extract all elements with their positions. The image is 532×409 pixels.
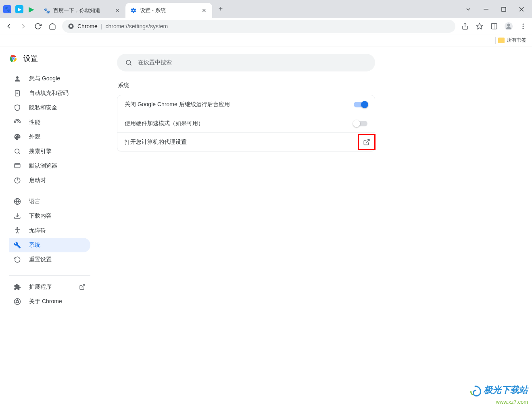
sidebar-item-downloads[interactable]: 下载内容: [9, 209, 90, 223]
sidebar-item-label: 隐私和安全: [29, 104, 57, 111]
profile-avatar[interactable]: [504, 21, 513, 31]
svg-line-23: [17, 121, 19, 122]
quick-icon-play[interactable]: ▶: [27, 5, 35, 13]
sidebar-item-label: 关于 Chrome: [29, 298, 62, 305]
bookmark-bar: 所有书签: [0, 34, 532, 46]
sidepanel-icon[interactable]: [489, 21, 499, 31]
toggle-background-apps[interactable]: [354, 102, 367, 107]
menu-dots-icon[interactable]: [518, 21, 528, 31]
folder-icon: [498, 38, 505, 43]
tab-strip: 🐾 百度一下，你就知道 ✕ 设置 - 系统 ✕ +: [39, 0, 459, 18]
sidebar-item-appearance[interactable]: 外观: [9, 130, 90, 144]
watermark: 极光下载站 www.xz7.com: [468, 384, 528, 405]
row-proxy-settings[interactable]: 打开您计算机的代理设置: [117, 132, 375, 151]
browser-toolbar: Chrome | chrome://settings/system: [0, 18, 532, 34]
sidebar-item-label: 无障碍: [29, 227, 46, 234]
share-icon[interactable]: [460, 21, 470, 31]
minimize-button[interactable]: [477, 2, 495, 17]
svg-point-40: [126, 60, 131, 65]
svg-line-38: [15, 302, 17, 304]
row-label: 使用硬件加速模式（如果可用）: [125, 120, 354, 127]
reload-button[interactable]: [33, 21, 43, 31]
maximize-button[interactable]: [495, 2, 513, 17]
settings-main: 在设置中搜索 系统 关闭 Google Chrome 后继续运行后台应用 使用硬…: [117, 46, 532, 409]
svg-point-5: [70, 25, 72, 27]
url-origin: Chrome: [77, 23, 98, 29]
row-background-apps: 关闭 Google Chrome 后继续运行后台应用: [117, 95, 375, 114]
watermark-title: 极光下载站: [484, 385, 528, 395]
sidebar-item-label: 默认浏览器: [29, 162, 57, 170]
sidebar-item-search-engine[interactable]: 搜索引擎: [9, 144, 90, 159]
quick-launch: 🐾 ▶ ▶: [0, 0, 39, 18]
annotation-highlight: [358, 134, 376, 150]
sidebar-item-on-startup[interactable]: 启动时: [9, 173, 90, 188]
all-bookmarks-link[interactable]: 所有书签: [507, 37, 526, 44]
sidebar-item-label: 系统: [29, 241, 40, 249]
settings-sidebar: 设置 您与 Google 自动填充和密码 隐私和安全 性能 外观 搜索引擎: [0, 46, 117, 409]
sidebar-item-system[interactable]: 系统: [9, 238, 90, 252]
svg-line-34: [82, 285, 85, 287]
svg-line-42: [366, 139, 369, 143]
settings-title: 设置: [23, 54, 38, 63]
settings-search-input[interactable]: 在设置中搜索: [117, 54, 375, 71]
svg-point-18: [13, 58, 15, 60]
baidu-paw-icon: 🐾: [44, 7, 50, 14]
svg-rect-1: [502, 7, 506, 11]
sidebar-item-autofill[interactable]: 自动填充和密码: [9, 86, 90, 101]
svg-point-13: [523, 25, 524, 27]
sidebar-item-label: 搜索引擎: [29, 148, 52, 155]
sidebar-item-label: 下载内容: [29, 212, 52, 220]
tab-title: 设置 - 系统: [140, 7, 198, 14]
sidebar-item-label: 自动填充和密码: [29, 90, 69, 97]
close-window-button[interactable]: [513, 2, 530, 17]
bookmark-star-icon[interactable]: [475, 21, 484, 31]
tab-settings[interactable]: 设置 - 系统 ✕: [125, 3, 212, 18]
search-icon: [125, 59, 132, 66]
tab-title: 百度一下，你就知道: [53, 7, 111, 14]
section-title: 系统: [117, 82, 532, 89]
svg-point-24: [15, 149, 19, 153]
quick-icon-tv[interactable]: ▶: [15, 5, 23, 13]
system-settings-card: 关闭 Google Chrome 后继续运行后台应用 使用硬件加速模式（如果可用…: [117, 95, 375, 151]
sidebar-item-performance[interactable]: 性能: [9, 115, 90, 130]
settings-content: 设置 您与 Google 自动填充和密码 隐私和安全 性能 外观 搜索引擎: [0, 46, 532, 409]
close-icon[interactable]: ✕: [201, 7, 207, 14]
sidebar-item-languages[interactable]: 语言: [9, 194, 90, 209]
svg-point-14: [523, 27, 524, 29]
sidebar-item-about[interactable]: 关于 Chrome: [9, 294, 90, 309]
close-icon[interactable]: ✕: [114, 7, 121, 14]
toggle-hardware-accel[interactable]: [354, 121, 367, 126]
search-placeholder: 在设置中搜索: [138, 59, 172, 66]
tab-baidu[interactable]: 🐾 百度一下，你就知道 ✕: [39, 3, 125, 18]
watermark-logo-icon: [468, 384, 482, 399]
sidebar-item-privacy[interactable]: 隐私和安全: [9, 101, 90, 115]
forward-button[interactable]: [19, 21, 28, 31]
row-hardware-accel: 使用硬件加速模式（如果可用）: [117, 114, 375, 132]
url-path: chrome://settings/system: [105, 23, 168, 29]
chevron-down-icon[interactable]: [459, 2, 477, 17]
svg-point-11: [507, 23, 510, 26]
sidebar-item-extensions[interactable]: 扩展程序: [9, 280, 90, 294]
sidebar-item-reset[interactable]: 重置设置: [9, 252, 90, 267]
external-link-icon: [79, 284, 86, 290]
sidebar-item-accessibility[interactable]: 无障碍: [9, 223, 90, 238]
back-button[interactable]: [4, 21, 14, 31]
home-button[interactable]: [48, 21, 57, 31]
new-tab-button[interactable]: +: [215, 3, 227, 15]
sidebar-item-you-google[interactable]: 您与 Google: [9, 71, 90, 86]
external-link-icon[interactable]: [363, 138, 370, 146]
sidebar-item-label: 性能: [29, 119, 40, 126]
sidebar-item-label: 重置设置: [29, 256, 52, 263]
chrome-logo-icon: [9, 54, 18, 63]
svg-line-39: [18, 302, 20, 304]
window-titlebar: 🐾 ▶ ▶ 🐾 百度一下，你就知道 ✕ 设置 - 系统 ✕ +: [0, 0, 532, 18]
gear-icon: [130, 7, 137, 14]
quick-icon-paw-blue[interactable]: 🐾: [3, 5, 11, 13]
watermark-url: www.xz7.com: [496, 399, 528, 405]
svg-rect-8: [491, 23, 497, 29]
address-bar[interactable]: Chrome | chrome://settings/system: [62, 20, 455, 33]
row-label: 关闭 Google Chrome 后继续运行后台应用: [125, 101, 354, 108]
sidebar-item-default-browser[interactable]: 默认浏览器: [9, 159, 90, 173]
window-controls: [459, 0, 532, 18]
row-label: 打开您计算机的代理设置: [125, 138, 358, 146]
